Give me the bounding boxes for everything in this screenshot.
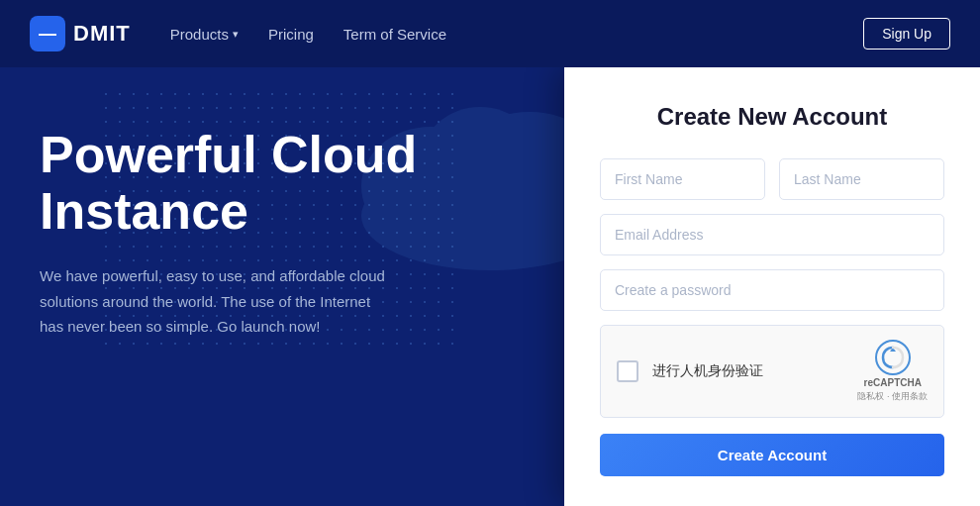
form-title: Create New Account xyxy=(600,103,944,131)
recaptcha-checkbox[interactable] xyxy=(617,360,638,382)
recaptcha-links-label: 隐私权 · 使用条款 xyxy=(857,390,928,403)
recaptcha-right: reCAPTCHA 隐私权 · 使用条款 xyxy=(857,340,928,403)
recaptcha-widget[interactable]: 进行人机身份验证 reCAPTCHA 隐私权 · 使用条款 xyxy=(600,325,944,418)
signup-form-panel: Create New Account 进行人机身份验证 reCAPTC xyxy=(564,67,980,506)
hero-title: Powerful Cloud Instance xyxy=(40,127,495,240)
email-input[interactable] xyxy=(600,214,944,255)
recaptcha-logo-icon xyxy=(875,340,911,375)
last-name-input[interactable] xyxy=(779,158,944,200)
name-row xyxy=(600,158,944,200)
logo-icon: — xyxy=(30,16,65,51)
first-name-input[interactable] xyxy=(600,158,765,200)
hero-subtitle: We have powerful, easy to use, and affor… xyxy=(40,263,396,340)
hero-section: Powerful Cloud Instance We have powerful… xyxy=(0,67,980,506)
nav-links: Products ▾ Pricing Term of Service xyxy=(170,26,863,43)
recaptcha-label: 进行人机身份验证 xyxy=(652,362,763,380)
navbar: — DMIT Products ▾ Pricing Term of Servic… xyxy=(0,0,980,67)
hero-content: Powerful Cloud Instance We have powerful… xyxy=(0,67,535,379)
create-account-button[interactable]: Create Account xyxy=(600,434,944,476)
recaptcha-left: 进行人机身份验证 xyxy=(617,360,763,382)
signup-button[interactable]: Sign Up xyxy=(863,18,950,50)
logo-text: DMIT xyxy=(73,21,131,47)
nav-pricing[interactable]: Pricing xyxy=(268,26,314,43)
svg-point-4 xyxy=(876,341,910,374)
recaptcha-brand-label: reCAPTCHA xyxy=(864,377,922,388)
nav-tos[interactable]: Term of Service xyxy=(343,26,446,43)
nav-products[interactable]: Products ▾ xyxy=(170,26,239,43)
chevron-down-icon: ▾ xyxy=(233,28,239,41)
logo[interactable]: — DMIT xyxy=(30,16,131,51)
password-input[interactable] xyxy=(600,269,944,311)
